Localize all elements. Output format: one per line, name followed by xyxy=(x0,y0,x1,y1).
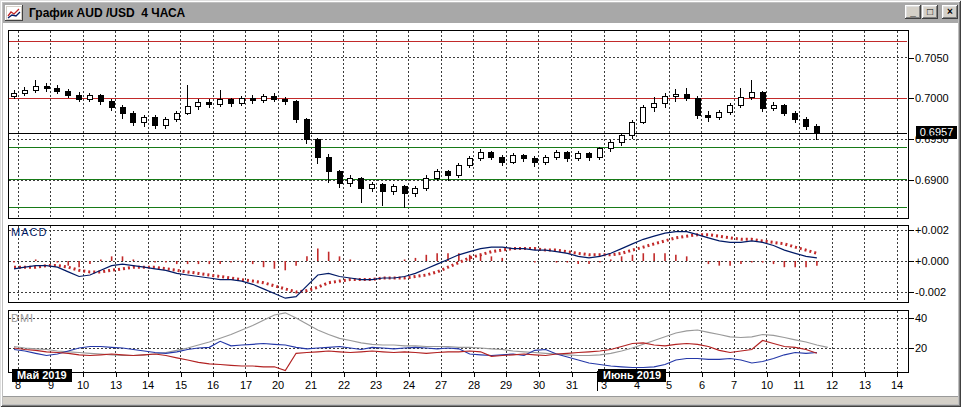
candle-up xyxy=(554,152,559,157)
date-tick xyxy=(767,373,768,377)
candle-up xyxy=(196,102,201,106)
date-label: 12 xyxy=(826,379,838,391)
candle-up xyxy=(673,94,678,96)
candle-up xyxy=(22,90,27,93)
candle-down xyxy=(283,99,288,101)
candle-up xyxy=(478,152,483,159)
window-bottom-edge[interactable] xyxy=(3,396,958,404)
pane-border xyxy=(9,311,909,373)
close-button[interactable]: × xyxy=(942,5,958,19)
date-label: 5 xyxy=(666,379,672,391)
minimize-button[interactable]: _ xyxy=(905,5,921,19)
candle-down xyxy=(229,100,234,103)
candle-up xyxy=(467,159,472,166)
candle-down xyxy=(380,185,385,192)
candle-down xyxy=(66,92,71,95)
dmi-line-adx xyxy=(14,313,828,356)
candle-up xyxy=(261,97,266,101)
date-label: 6 xyxy=(699,379,705,391)
date-label: 10 xyxy=(761,379,773,391)
candle-up xyxy=(142,118,147,122)
price-pane[interactable] xyxy=(8,30,909,219)
candle-down xyxy=(326,157,331,172)
scale-tick xyxy=(908,139,914,140)
scale-tick xyxy=(908,348,914,349)
date-label: 7 xyxy=(731,379,737,391)
candle-down xyxy=(793,113,798,120)
date-label: 28 xyxy=(468,379,480,391)
date-label: 13 xyxy=(859,379,871,391)
date-label: 15 xyxy=(175,379,187,391)
candle-up xyxy=(348,178,353,183)
macd-scale-label: +0.000 xyxy=(915,255,949,267)
candle-up xyxy=(630,122,635,136)
date-tick xyxy=(865,373,866,377)
date-tick xyxy=(832,373,833,377)
chart-icon xyxy=(5,5,23,21)
month-label: Июнь 2019 xyxy=(598,369,666,382)
date-label: 31 xyxy=(566,379,578,391)
date-label: 27 xyxy=(435,379,447,391)
candle-down xyxy=(98,96,103,102)
candle-down xyxy=(446,172,451,176)
scale-tick xyxy=(908,58,914,59)
date-label: 13 xyxy=(110,379,122,391)
date-label: 30 xyxy=(533,379,545,391)
candle-up xyxy=(576,154,581,159)
chart-window: График AUD /USD 4 ЧАСА _ □ × MACD DMI 0.… xyxy=(0,0,961,407)
date-tick xyxy=(181,373,182,377)
date-tick xyxy=(409,373,410,377)
candle-up xyxy=(597,149,602,157)
candle-down xyxy=(207,102,212,104)
candle-down xyxy=(77,95,82,99)
candle-down xyxy=(120,107,125,114)
date-tick xyxy=(897,373,898,377)
scale-tick xyxy=(908,318,914,319)
candle-down xyxy=(131,114,136,122)
macd-pane[interactable] xyxy=(8,225,909,303)
date-tick xyxy=(799,373,800,377)
maximize-button[interactable]: □ xyxy=(922,5,938,19)
date-tick xyxy=(344,373,345,377)
dmi-pane-label: DMI xyxy=(11,312,34,324)
candle-up xyxy=(12,93,17,96)
dmi-pane[interactable] xyxy=(8,310,909,373)
candle-down xyxy=(294,102,299,120)
date-tick xyxy=(116,373,117,377)
candle-down xyxy=(804,120,809,127)
candle-down xyxy=(489,152,494,157)
candle-up xyxy=(456,165,461,176)
date-tick xyxy=(213,373,214,377)
date-label: 22 xyxy=(338,379,350,391)
titlebar[interactable]: График AUD /USD 4 ЧАСА xyxy=(3,3,958,23)
candle-up xyxy=(33,86,38,90)
candle-down xyxy=(695,98,700,115)
candle-down xyxy=(44,86,49,88)
candle-down xyxy=(760,93,765,109)
date-label: 20 xyxy=(272,379,284,391)
date-label: 16 xyxy=(207,379,219,391)
date-label: 14 xyxy=(142,379,154,391)
dmi-scale-label: 40 xyxy=(915,312,927,324)
candle-up xyxy=(239,98,244,103)
date-label: 29 xyxy=(500,379,512,391)
date-tick xyxy=(148,373,149,377)
candle-down xyxy=(402,187,407,194)
chart-icon-glyph xyxy=(7,7,21,19)
candle-down xyxy=(272,97,277,99)
candle-down xyxy=(500,157,505,162)
candle-up xyxy=(728,106,733,113)
date-label: 24 xyxy=(403,379,415,391)
candle-down xyxy=(55,89,60,92)
candle-up xyxy=(435,172,440,179)
price-scale-label: 0.6950 xyxy=(915,133,949,145)
scale-tick xyxy=(908,98,914,99)
scale-tick xyxy=(908,180,914,181)
date-label: 21 xyxy=(305,379,317,391)
macd-scale-label: -0.002 xyxy=(915,286,946,298)
candle-up xyxy=(608,142,613,149)
candle-up xyxy=(771,106,776,109)
candle-down xyxy=(521,156,526,159)
dmi-line-di-minus xyxy=(14,341,817,371)
date-tick xyxy=(572,373,573,377)
